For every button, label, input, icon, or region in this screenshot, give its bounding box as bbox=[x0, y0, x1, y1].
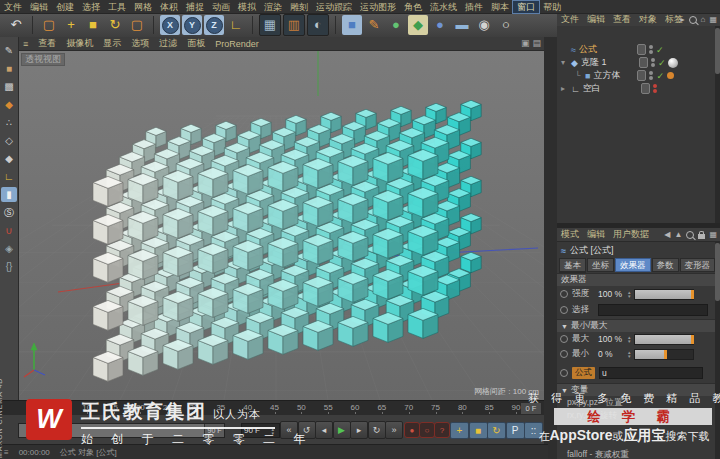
record-pla-toggle[interactable]: :: bbox=[524, 422, 543, 439]
spline-primitive-icon[interactable]: ● bbox=[430, 15, 450, 35]
record-position-toggle[interactable]: + bbox=[450, 422, 469, 439]
record-parameter-toggle[interactable]: P bbox=[506, 422, 525, 439]
menu-item-script[interactable]: 脚本 bbox=[487, 1, 513, 13]
menu-item-pipeline[interactable]: 流水线 bbox=[426, 1, 461, 13]
enable-check-icon[interactable]: ✓ bbox=[656, 45, 664, 55]
viewport-menu-options[interactable]: 选项 bbox=[126, 37, 154, 50]
subdivision-surface-icon[interactable]: ● bbox=[386, 15, 406, 35]
anim-dot-icon[interactable] bbox=[560, 306, 568, 314]
y-axis-button[interactable]: Y bbox=[182, 15, 202, 35]
expander-icon[interactable]: ▸ bbox=[561, 84, 571, 93]
viewport-menu-filter[interactable]: 过滤 bbox=[154, 37, 182, 50]
stepper-icon[interactable] bbox=[271, 427, 274, 435]
prev-key-button[interactable]: ↺ bbox=[298, 421, 316, 439]
editor-dot[interactable] bbox=[649, 45, 653, 49]
visibility-dots[interactable] bbox=[651, 58, 655, 67]
preview-range-slider[interactable]: 90 F bbox=[18, 423, 225, 438]
menu-item-create[interactable]: 创建 bbox=[52, 1, 78, 13]
play-button[interactable]: ▶ bbox=[333, 421, 351, 439]
material-dot[interactable] bbox=[667, 72, 674, 79]
tab-parameter[interactable]: 参数 bbox=[652, 258, 679, 272]
enable-check-icon[interactable]: ✓ bbox=[658, 58, 666, 68]
viewport-view-label[interactable]: 透视视图 bbox=[21, 53, 65, 66]
anim-dot-icon[interactable] bbox=[560, 369, 568, 377]
selection-field[interactable] bbox=[598, 304, 708, 316]
menu-item-motion-tracker[interactable]: 运动跟踪 bbox=[312, 1, 356, 13]
menu-item-plugins[interactable]: 插件 bbox=[461, 1, 487, 13]
timeline-ruler[interactable]: 0 F 051015202530354045505560657075808590 bbox=[0, 400, 544, 415]
anim-dot-icon[interactable] bbox=[560, 350, 568, 358]
menu-item-file[interactable]: 文件 bbox=[0, 1, 26, 13]
expander-icon[interactable]: └ bbox=[575, 71, 585, 80]
layer-chip[interactable] bbox=[641, 83, 650, 94]
render-dot[interactable] bbox=[653, 89, 657, 93]
viewport[interactable]: 透视视图 网格间距 : 100 cm bbox=[18, 50, 544, 400]
grid-icon[interactable]: ▦ bbox=[709, 230, 717, 239]
object-name[interactable]: 克隆 1 bbox=[581, 56, 639, 69]
group-variables[interactable]: ▼ 变量 bbox=[557, 383, 719, 396]
tab-coord[interactable]: 坐标 bbox=[587, 258, 614, 272]
om-menu-objects[interactable]: 对象 bbox=[635, 13, 661, 26]
group-effector[interactable]: 效果器 bbox=[557, 273, 719, 286]
anim-dot-icon[interactable] bbox=[560, 290, 568, 298]
menu-item-character[interactable]: 角色 bbox=[400, 1, 426, 13]
last-tool-icon[interactable]: ▢ bbox=[127, 15, 147, 35]
object-row-formula[interactable]: ≈公式✓ bbox=[561, 43, 717, 56]
object-row-cloner[interactable]: ▾◆克隆 1✓ bbox=[561, 56, 717, 69]
record-keyframe-button[interactable]: ● bbox=[404, 422, 420, 438]
viewport-canvas[interactable] bbox=[18, 50, 544, 400]
workplane-lock-icon[interactable]: ◈ bbox=[1, 241, 17, 256]
next-frame-button[interactable]: ▸ bbox=[350, 421, 368, 439]
menu-item-mesh[interactable]: 网格 bbox=[130, 1, 156, 13]
tab-effector[interactable]: 效果器 bbox=[615, 258, 651, 272]
group-minmax[interactable]: ▼ 最小/最大 bbox=[557, 319, 719, 332]
tab-basic[interactable]: 基本 bbox=[559, 258, 586, 272]
keyframe-selection-button[interactable]: ? bbox=[434, 422, 450, 438]
swap-view-icon[interactable]: ▣ bbox=[521, 38, 530, 48]
snap-icon[interactable]: ∪ bbox=[1, 223, 17, 238]
stepper-icon[interactable] bbox=[628, 350, 631, 358]
material-thumbnail[interactable] bbox=[668, 58, 678, 68]
move-icon[interactable]: + bbox=[61, 15, 81, 35]
menu-item-simulate[interactable]: 模拟 bbox=[234, 1, 260, 13]
anim-dot-icon[interactable] bbox=[560, 335, 568, 343]
viewport-menu-panel[interactable]: 面板 bbox=[182, 37, 210, 50]
render-settings-icon[interactable]: ◐ bbox=[307, 14, 329, 36]
visibility-dots[interactable] bbox=[649, 71, 653, 80]
filter-icon[interactable]: ▦ bbox=[709, 15, 717, 24]
layer-chip[interactable] bbox=[639, 57, 648, 68]
am-menu-mode[interactable]: 模式 bbox=[557, 228, 583, 241]
record-rotation-toggle[interactable]: ↻ bbox=[487, 422, 506, 439]
light-icon[interactable]: ○ bbox=[496, 15, 516, 35]
end-frame-field[interactable]: 90 F bbox=[241, 423, 280, 438]
visibility-dots[interactable] bbox=[649, 45, 653, 54]
editor-dot[interactable] bbox=[651, 58, 655, 62]
menu-item-tools[interactable]: 工具 bbox=[104, 1, 130, 13]
pen-spline-icon[interactable]: ✎ bbox=[364, 15, 384, 35]
render-dot[interactable] bbox=[651, 63, 655, 67]
edges-mode-icon[interactable]: ◇ bbox=[1, 133, 17, 148]
menu-item-sculpt[interactable]: 雕刻 bbox=[286, 1, 312, 13]
viewport-menu-display[interactable]: 显示 bbox=[98, 37, 126, 50]
goto-end-button[interactable]: » bbox=[385, 421, 403, 439]
stepper-icon[interactable] bbox=[628, 335, 631, 343]
object-manager[interactable]: ≈公式✓▾◆克隆 1✓└■立方体✓▸∟空白 bbox=[557, 26, 720, 223]
scale-icon[interactable]: ■ bbox=[83, 15, 103, 35]
am-menu-user-data[interactable]: 用户数据 bbox=[609, 228, 653, 241]
points-mode-icon[interactable]: ∴ bbox=[1, 115, 17, 130]
om-menu-edit[interactable]: 编辑 bbox=[583, 13, 609, 26]
cube-primitive-button[interactable]: ■ bbox=[342, 15, 362, 35]
menu-item-volume[interactable]: 体积 bbox=[156, 1, 182, 13]
floor-icon[interactable]: ▬ bbox=[452, 15, 472, 35]
menu-item-mograph[interactable]: 运动图形 bbox=[356, 1, 400, 13]
polygons-mode-icon[interactable]: ◆ bbox=[1, 151, 17, 166]
menu-item-snap[interactable]: 捕捉 bbox=[182, 1, 208, 13]
formula-input[interactable]: u bbox=[599, 367, 703, 379]
render-dot[interactable] bbox=[649, 50, 653, 54]
mograph-cloner-button[interactable]: ◆ bbox=[408, 15, 428, 35]
next-key-button[interactable]: ↻ bbox=[368, 421, 386, 439]
prev-frame-button[interactable]: ◂ bbox=[315, 421, 333, 439]
up-icon[interactable]: ▲ bbox=[675, 230, 683, 239]
object-name[interactable]: 公式 bbox=[579, 43, 637, 56]
expand-icon[interactable]: ▸ bbox=[681, 15, 685, 24]
